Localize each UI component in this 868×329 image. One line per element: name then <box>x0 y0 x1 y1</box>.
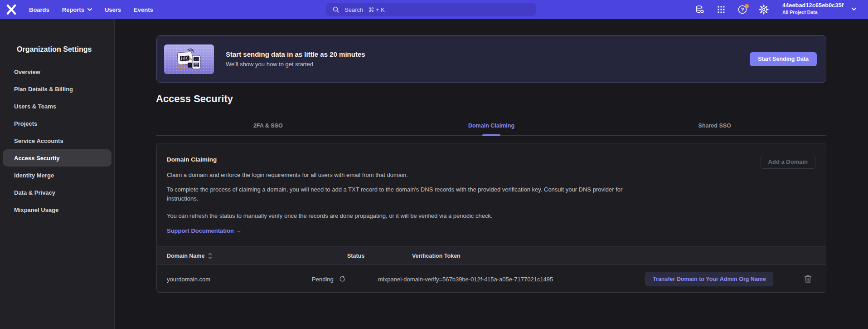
svg-text:?: ? <box>741 7 744 12</box>
status-text: Pending <box>312 275 334 282</box>
settings-sidebar: Organization Settings Overview Plan Deta… <box>0 19 115 329</box>
apps-grid-icon[interactable] <box>716 5 726 15</box>
search-placeholder: Search <box>344 6 363 13</box>
sidebar-item-overview[interactable]: Overview <box>0 63 114 80</box>
notification-badge <box>745 4 749 8</box>
domains-table-header: Domain Name Status Verification Token <box>157 246 826 265</box>
access-security-tabs: 2FA & SSO Domain Claiming Shared SSO <box>156 116 826 136</box>
nav-item-label: Reports <box>62 6 84 13</box>
card-description-3: You can refresh the status to manually v… <box>167 211 493 221</box>
sidebar-item-identity-merge[interactable]: Identity Merge <box>0 167 114 184</box>
help-icon[interactable]: ? <box>737 5 747 15</box>
banner-text: Start sending data in as little as 20 mi… <box>226 50 365 68</box>
banner-title: Start sending data in as little as 20 mi… <box>226 50 365 58</box>
start-sending-data-button[interactable]: Start Sending Data <box>750 52 817 66</box>
domain-claiming-card: Domain Claiming Add a Domain Claim a dom… <box>156 143 826 293</box>
banner-illustration <box>164 44 214 74</box>
column-label: Domain Name <box>167 253 204 259</box>
nav-item-label: Boards <box>29 6 49 13</box>
onboarding-banner: Start sending data in as little as 20 mi… <box>156 35 826 83</box>
org-project-switcher[interactable]: 44eebad12c65eb0c35f All Project Data <box>782 2 844 15</box>
sidebar-item-projects[interactable]: Projects <box>0 115 114 132</box>
sidebar-item-access-security[interactable]: Access Security <box>3 149 112 167</box>
card-description-2: To complete the process of claiming a do… <box>167 185 653 203</box>
project-label: All Project Data <box>782 10 844 15</box>
sidebar-item-plan-details-billing[interactable]: Plan Details & Billing <box>0 80 114 98</box>
nav-item-users[interactable]: Users <box>105 6 121 13</box>
column-label: Status <box>347 253 364 259</box>
tab-label: Shared SSO <box>698 123 731 129</box>
app-window: Boards Reports Users Events Search ⌘ + K <box>0 0 868 329</box>
tab-shared-sso[interactable]: Shared SSO <box>603 116 826 135</box>
sidebar-item-users-teams[interactable]: Users & Teams <box>0 98 114 115</box>
org-id-label: 44eebad12c65eb0c35f <box>782 2 844 9</box>
nav-item-events[interactable]: Events <box>134 6 153 13</box>
transfer-domain-button[interactable]: Transfer Domain to Your Admin Org Name <box>645 272 773 286</box>
nav-utility-icons: ? <box>695 0 769 19</box>
refresh-status-icon[interactable] <box>339 275 346 282</box>
tab-2fa-sso[interactable]: 2FA & SSO <box>156 116 380 135</box>
tab-label: 2FA & SSO <box>253 123 283 129</box>
chevron-down-icon <box>87 8 92 11</box>
delete-domain-icon[interactable] <box>804 275 812 283</box>
card-description-1: Claim a domain and enforce the login req… <box>167 171 408 180</box>
tab-domain-claiming[interactable]: Domain Claiming <box>380 116 603 135</box>
sidebar-menu: Overview Plan Details & Billing Users & … <box>0 63 114 218</box>
settings-gear-icon[interactable] <box>759 5 769 15</box>
nav-item-label: Events <box>134 6 153 13</box>
banner-subtitle: We'll show you how to get started <box>226 61 365 68</box>
global-search-input[interactable]: Search ⌘ + K <box>326 3 536 16</box>
nav-item-label: Users <box>105 6 121 13</box>
status-cell: Pending <box>312 275 346 282</box>
sidebar-item-mixpanel-usage[interactable]: Mixpanel Usage <box>0 201 114 218</box>
nav-item-boards[interactable]: Boards <box>29 6 49 13</box>
search-shortcut: ⌘ + K <box>368 6 385 13</box>
column-header-verification-token: Verification Token <box>412 246 461 265</box>
table-row: yourdomain.com Pending mixpanel-domain-v… <box>157 265 826 293</box>
sidebar-title: Organization Settings <box>17 45 114 54</box>
active-tab-indicator <box>482 134 500 136</box>
page-title: Access Security <box>156 93 233 105</box>
tab-label: Domain Claiming <box>468 123 514 129</box>
top-navbar: Boards Reports Users Events Search ⌘ + K <box>0 0 868 19</box>
add-domain-button[interactable]: Add a Domain <box>761 155 815 169</box>
nav-item-reports[interactable]: Reports <box>62 6 92 13</box>
data-management-icon[interactable] <box>695 5 705 15</box>
column-header-domain-name[interactable]: Domain Name <box>167 246 212 265</box>
primary-nav: Boards Reports Users Events <box>29 0 153 19</box>
sidebar-item-data-privacy[interactable]: Data & Privacy <box>0 184 114 201</box>
support-documentation-link[interactable]: Support Documentation → <box>167 227 242 234</box>
mixpanel-logo-icon[interactable] <box>6 4 17 15</box>
card-title: Domain Claiming <box>167 156 217 163</box>
column-label: Verification Token <box>412 253 461 259</box>
sort-icon <box>208 253 212 259</box>
chevron-down-icon[interactable] <box>851 7 857 11</box>
sidebar-item-service-accounts[interactable]: Service Accounts <box>0 132 114 149</box>
column-header-status: Status <box>347 246 364 265</box>
search-icon <box>332 6 339 13</box>
verification-token-cell: mixpanel-domain-verify=567b39be-012f-415… <box>378 275 553 282</box>
domain-name-cell: yourdomain.com <box>167 275 210 282</box>
